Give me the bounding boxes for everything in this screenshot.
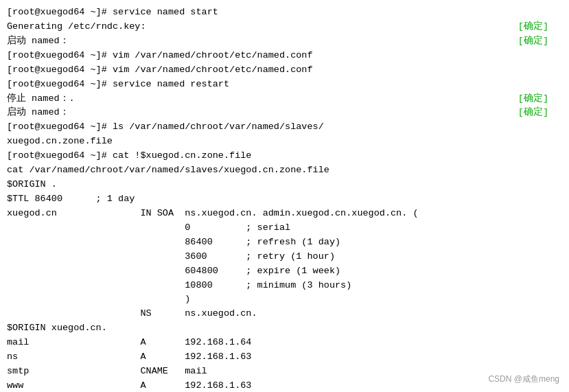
terminal-line: 3600 ; retry (1 hour): [7, 250, 562, 264]
terminal-line: ): [7, 292, 562, 307]
terminal-line: 604800 ; expire (1 week): [7, 264, 562, 279]
terminal-line: [root@xuegod64 ~]# service named start: [7, 5, 562, 20]
terminal-line: smtp CNAME mail: [7, 365, 562, 379]
terminal-line: cat /var/named/chroot/var/named/slaves/x…: [7, 163, 562, 178]
terminal-line: xuegod.cn IN SOA ns.xuegod.cn. admin.xue…: [7, 207, 562, 221]
terminal-line: $ORIGIN .: [7, 178, 562, 192]
terminal-line: [root@xuegod64 ~]# vim /var/named/chroot…: [7, 49, 562, 63]
terminal-line: 启动 named：[确定]: [7, 34, 562, 49]
watermark: CSDN @咸鱼meng: [488, 373, 559, 385]
terminal-line: 10800 ; minimum (3 hours): [7, 279, 562, 293]
terminal-line: Generating /etc/rndc.key:[确定]: [7, 20, 562, 34]
terminal-line: 86400 ; refresh (1 day): [7, 235, 562, 250]
terminal-line: xuegod.cn.zone.file: [7, 135, 562, 149]
terminal-line: mail A 192.168.1.64: [7, 336, 562, 350]
terminal-line: ns A 192.168.1.63: [7, 350, 562, 365]
terminal-line: $TTL 86400 ; 1 day: [7, 192, 562, 207]
terminal-window: [root@xuegod64 ~]# service named startGe…: [0, 0, 569, 392]
terminal-line: www A 192.168.1.63: [7, 379, 562, 392]
terminal-line: 停止 named：.[确定]: [7, 92, 562, 106]
terminal-line: [root@xuegod64 ~]# cat !$xuegod.cn.zone.…: [7, 149, 562, 163]
terminal-line: [root@xuegod64 ~]# service named restart: [7, 78, 562, 92]
terminal-content: [root@xuegod64 ~]# service named startGe…: [7, 5, 562, 392]
terminal-line: [root@xuegod64 ~]# vim /var/named/chroot…: [7, 63, 562, 78]
terminal-line: NS ns.xuegod.cn.: [7, 307, 562, 321]
terminal-line: $ORIGIN xuegod.cn.: [7, 321, 562, 336]
terminal-line: [root@xuegod64 ~]# ls /var/named/chroot/…: [7, 120, 562, 135]
terminal-line: 0 ; serial: [7, 221, 562, 235]
terminal-line: 启动 named：[确定]: [7, 106, 562, 120]
